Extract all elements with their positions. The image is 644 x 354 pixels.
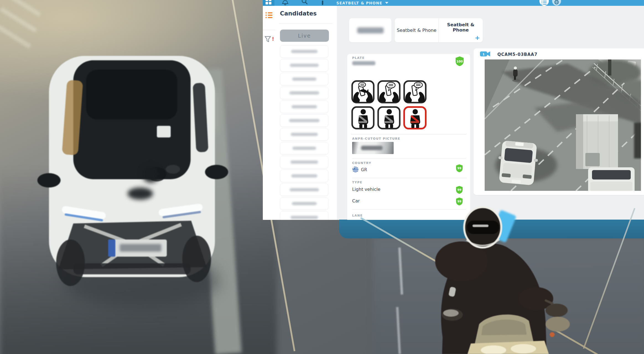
confidence-shield-plate: 100 xyxy=(455,56,464,66)
svg-text:99: 99 xyxy=(457,200,461,203)
bell-icon[interactable] xyxy=(282,0,289,5)
add-tab-button[interactable]: + xyxy=(475,34,480,41)
tab-label: Seatbelt & Phone xyxy=(397,28,436,33)
candidate-row[interactable] xyxy=(280,114,328,127)
tab-label-active: Seatbelt & Phone xyxy=(439,22,483,33)
info-icon[interactable] xyxy=(321,0,324,6)
tab-seatbelt-phone-active[interactable]: Seatbelt & Phone + xyxy=(439,18,483,42)
camera-card: 1 QCAM5-03BAA7 xyxy=(474,48,644,195)
anpr-cutout-label: ANPR-CUTOUT PICTURE xyxy=(352,137,400,140)
type-value: Light vehicle xyxy=(352,187,380,192)
svg-text:99: 99 xyxy=(457,166,461,170)
list-icon xyxy=(541,0,547,5)
country-label: COUNTRY xyxy=(352,161,371,165)
list-view-button[interactable] xyxy=(539,0,549,6)
camera-feed-image xyxy=(485,59,641,191)
candidate-row[interactable] xyxy=(280,100,328,113)
candidate-row[interactable] xyxy=(280,142,328,155)
violation-icon-grid xyxy=(351,80,431,131)
blurred-plate-value xyxy=(352,61,375,65)
seatbelt-detection-icon xyxy=(351,106,375,130)
tab-seatbelt-phone-inactive[interactable]: Seatbelt & Phone xyxy=(395,18,438,42)
dropdown-label: SEATBELT & PHONE xyxy=(336,1,382,5)
white-car xyxy=(32,44,234,293)
svg-text:99: 99 xyxy=(457,188,461,191)
confidence-shield-country: 99 xyxy=(456,164,463,173)
candidate-row[interactable] xyxy=(280,128,328,141)
screen: SEATBELT & PHONE xyxy=(0,0,644,354)
app-launcher-button[interactable] xyxy=(263,0,274,6)
filter-alert-badge: ! xyxy=(272,36,274,42)
confidence-shield-type: 99 xyxy=(456,186,463,194)
type-value: Car xyxy=(352,198,360,204)
svg-text:1: 1 xyxy=(482,53,485,56)
candidate-row[interactable] xyxy=(280,87,328,99)
phone-detection-icon xyxy=(351,80,375,104)
filter-icon xyxy=(264,36,272,43)
feed-car xyxy=(497,140,539,186)
app-topbar: SEATBELT & PHONE xyxy=(263,0,644,6)
violation-tabs-card: Seatbelt & Phone Seatbelt & Phone + xyxy=(395,18,483,42)
anpr-cutout-image xyxy=(352,142,394,154)
candidates-title: Candidates xyxy=(280,10,317,17)
live-button-label: Live xyxy=(298,33,311,39)
motorcyclist-foreground xyxy=(426,205,581,354)
candidates-list-icon[interactable] xyxy=(265,12,273,19)
violation-type-dropdown[interactable]: SEATBELT & PHONE xyxy=(336,0,388,6)
candidate-row[interactable] xyxy=(280,73,328,85)
plate-label: PLATE xyxy=(352,56,365,60)
phone-detection-icon xyxy=(377,80,401,104)
camera-icon: 1 xyxy=(480,51,491,57)
candidate-row[interactable] xyxy=(280,197,328,210)
country-code: GR xyxy=(361,167,367,172)
filter-button[interactable]: ! xyxy=(264,36,276,45)
seatbelt-violation-icon xyxy=(403,106,427,130)
svg-text:100: 100 xyxy=(456,60,463,63)
candidate-row[interactable] xyxy=(280,211,328,220)
chevron-down-icon xyxy=(385,2,388,4)
blurred-plate-text xyxy=(357,27,384,33)
grid-icon xyxy=(265,0,272,5)
candidates-sidebar: Candidates Live xyxy=(276,6,337,220)
greece-flag-icon xyxy=(352,166,359,173)
language-button[interactable] xyxy=(552,0,561,6)
candidate-row[interactable] xyxy=(280,183,328,196)
candidate-row[interactable] xyxy=(280,170,328,182)
seatbelt-detection-icon xyxy=(377,106,401,130)
type-label: TYPE xyxy=(352,181,362,184)
globe-icon xyxy=(554,0,559,5)
candidate-row[interactable] xyxy=(280,156,328,168)
camera-name: QCAM5-03BAA7 xyxy=(497,52,537,57)
phone-detection-icon xyxy=(403,80,427,104)
search-icon[interactable] xyxy=(301,0,308,5)
violation-detail-panel: PLATE 100 xyxy=(347,54,470,220)
plate-thumbnail-card[interactable] xyxy=(349,18,391,42)
lane-label: LANE xyxy=(352,214,363,217)
live-button[interactable]: Live xyxy=(280,30,329,42)
candidate-row[interactable] xyxy=(280,59,328,72)
left-icon-rail: ! xyxy=(263,6,276,220)
candidate-row[interactable] xyxy=(280,45,328,58)
